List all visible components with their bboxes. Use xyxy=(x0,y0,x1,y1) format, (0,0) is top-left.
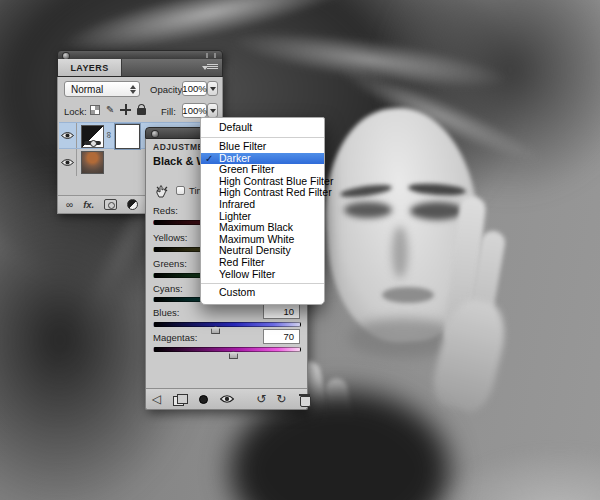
lock-pixels-icon[interactable]: ✎ xyxy=(106,105,114,115)
bw-adjustment-thumbnail[interactable] xyxy=(81,125,104,148)
clip-to-layer-icon[interactable] xyxy=(199,395,208,404)
menu-item-maximum-black[interactable]: Maximum Black xyxy=(201,222,324,234)
eye-icon xyxy=(61,131,74,140)
adjustments-toolbar: ◁ ↺ ↻ xyxy=(146,388,307,409)
fill-value-field[interactable]: 100% xyxy=(182,103,207,118)
opacity-value-field[interactable]: 100% xyxy=(182,81,207,96)
magentas-slider[interactable] xyxy=(153,347,301,352)
add-layer-mask-icon[interactable] xyxy=(104,199,117,210)
menu-separator xyxy=(201,283,324,284)
blend-mode-value: Normal xyxy=(71,84,103,95)
layer-mask-thumbnail[interactable] xyxy=(115,124,140,149)
blues-value-field[interactable]: 10 xyxy=(263,304,300,319)
tint-checkbox[interactable] xyxy=(176,186,185,195)
mask-link-icon[interactable]: ∞ xyxy=(104,132,114,138)
link-layers-icon[interactable]: ∞ xyxy=(66,199,73,210)
magentas-label: Magentas: xyxy=(153,332,197,343)
panel-grip-icon xyxy=(206,53,216,58)
layer-style-icon[interactable]: fx. xyxy=(83,199,94,210)
checkmark-icon: ✓ xyxy=(205,153,213,165)
switch-panel-view-icon[interactable] xyxy=(173,394,186,405)
visibility-toggle[interactable] xyxy=(59,123,77,148)
menu-item-yellow-filter[interactable]: Yellow Filter xyxy=(201,269,324,281)
lock-all-icon[interactable] xyxy=(137,108,146,115)
toggle-visibility-button[interactable] xyxy=(220,390,234,408)
bw-mini-slider-icon xyxy=(84,141,101,145)
lock-position-icon[interactable] xyxy=(120,104,131,115)
magentas-value-field[interactable]: 70 xyxy=(263,329,300,344)
fill-label: Fill: xyxy=(161,106,176,117)
bw-preset-menu: Default Blue Filter ✓ Darker Green Filte… xyxy=(200,117,325,305)
lock-transparency-icon[interactable] xyxy=(90,105,100,115)
blend-mode-select[interactable]: Normal xyxy=(64,81,140,97)
blues-label: Blues: xyxy=(153,307,179,318)
photoshop-canvas: LAYERS Normal Opacity: 100% Lock: ✎ xyxy=(0,0,600,500)
eye-icon xyxy=(61,158,74,167)
blues-slider[interactable] xyxy=(153,322,301,327)
panel-knob-icon xyxy=(152,131,158,137)
scrubby-hand-icon[interactable] xyxy=(152,181,172,203)
menu-item-default[interactable]: Default xyxy=(201,122,324,134)
eye-icon xyxy=(220,394,234,404)
cyans-label: Cyans: xyxy=(153,283,183,294)
blues-slider-thumb[interactable] xyxy=(211,326,220,334)
opacity-label: Opacity: xyxy=(150,84,185,95)
opacity-dropdown-icon[interactable] xyxy=(207,81,218,96)
greens-label: Greens: xyxy=(153,258,187,269)
panel-menu-icon[interactable] xyxy=(202,63,218,73)
menu-item-custom[interactable]: Custom xyxy=(201,287,324,299)
back-arrow-icon[interactable]: ◁ xyxy=(152,392,161,406)
visibility-toggle[interactable] xyxy=(59,149,77,176)
stepper-icon xyxy=(129,84,136,95)
menu-item-red-filter[interactable]: Red Filter xyxy=(201,257,324,269)
fill-dropdown-icon[interactable] xyxy=(207,103,218,118)
yellows-label: Yellows: xyxy=(153,232,188,243)
view-previous-state-icon[interactable]: ↺ xyxy=(256,392,266,406)
menu-item-infrared[interactable]: Infrared xyxy=(201,199,324,211)
magentas-slider-thumb[interactable] xyxy=(229,351,238,359)
menu-separator xyxy=(201,137,324,138)
lock-label: Lock: xyxy=(64,106,87,117)
new-adjustment-layer-icon[interactable] xyxy=(127,199,138,210)
reset-defaults-icon[interactable]: ↻ xyxy=(276,392,286,406)
background-layer-thumbnail[interactable] xyxy=(81,151,104,174)
layers-panel-tabs: LAYERS xyxy=(57,59,223,77)
reds-label: Reds: xyxy=(153,205,178,216)
tab-layers[interactable]: LAYERS xyxy=(58,59,122,76)
delete-adjustment-icon[interactable] xyxy=(300,394,310,405)
